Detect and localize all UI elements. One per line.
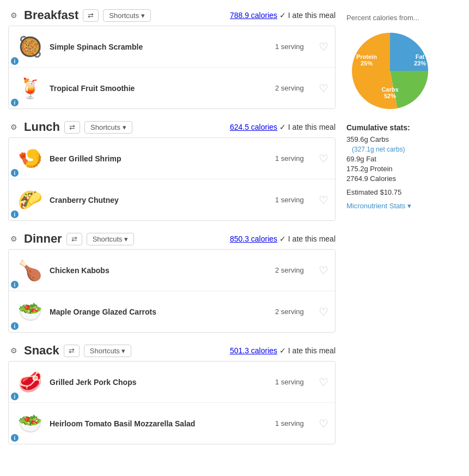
meal-calories-breakfast: 788.9 calories ✓ I ate this meal bbox=[230, 11, 336, 20]
info-icon[interactable]: i bbox=[11, 57, 19, 65]
sort-button-lunch[interactable]: ⇄ bbox=[64, 121, 80, 134]
calories-link-dinner[interactable]: 850.3 calories bbox=[230, 234, 277, 243]
meal-calories-snack: 501.3 calories ✓ I ate this meal bbox=[230, 346, 336, 355]
food-info: Heirloom Tomato Basil Mozzarella Salad bbox=[45, 419, 266, 428]
favorite-button[interactable]: ♡ bbox=[319, 82, 328, 95]
info-icon[interactable]: i bbox=[11, 281, 19, 288]
sort-button-breakfast[interactable]: ⇄ bbox=[83, 9, 99, 22]
food-serving: 2 serving bbox=[275, 266, 319, 274]
food-serving: 1 serving bbox=[275, 378, 319, 386]
pie-chart-title: Percent calories from... bbox=[346, 14, 461, 22]
food-icon: 🍗 bbox=[15, 255, 45, 285]
calories-link-snack[interactable]: 501.3 calories bbox=[230, 346, 277, 355]
info-icon[interactable]: i bbox=[11, 393, 19, 400]
ate-this-dinner[interactable]: ✓ I ate this meal bbox=[279, 234, 336, 243]
favorite-button[interactable]: ♡ bbox=[319, 152, 328, 165]
cumulative-title: Cumulative stats: bbox=[346, 123, 461, 132]
info-icon[interactable]: i bbox=[11, 210, 19, 218]
stat-carbs: 359.6g Carbs bbox=[346, 135, 461, 143]
meal-section-lunch: ⚙ Lunch ⇄ Shortcuts ▾ 624.5 calories ✓ I… bbox=[8, 120, 336, 221]
fat-label: Fat23% bbox=[414, 53, 426, 67]
meals-container: ⚙ Breakfast ⇄ Shortcuts ▾ 788.9 calories… bbox=[8, 8, 336, 455]
food-info: Tropical Fruit Smoothie bbox=[45, 84, 266, 93]
meal-title-dinner: Dinner bbox=[24, 232, 62, 246]
food-info: Grilled Jerk Pork Chops bbox=[45, 378, 266, 387]
food-info: Maple Orange Glazed Carrots bbox=[45, 308, 266, 316]
estimated-cost: Estimated $10.75 bbox=[346, 188, 461, 196]
food-icon: 🌮 bbox=[15, 185, 45, 215]
food-list-breakfast: 🥘 Simple Spinach Scramble 1 serving ♡ i … bbox=[8, 26, 336, 109]
favorite-button[interactable]: ♡ bbox=[319, 417, 328, 430]
food-serving: 1 serving bbox=[275, 196, 319, 204]
stat-net-carbs: (327.1g net carbs) bbox=[346, 145, 461, 153]
food-name[interactable]: Maple Orange Glazed Carrots bbox=[50, 308, 156, 316]
food-list-lunch: 🍤 Beer Grilled Shrimp 1 serving ♡ i 🌮 Cr… bbox=[8, 137, 336, 221]
food-icon: 🥘 bbox=[15, 32, 45, 62]
food-info: Beer Grilled Shrimp bbox=[45, 154, 266, 163]
gear-button-dinner[interactable]: ⚙ bbox=[8, 233, 20, 244]
food-info: Cranberry Chutney bbox=[45, 196, 266, 204]
food-name[interactable]: Simple Spinach Scramble bbox=[50, 43, 143, 51]
food-name[interactable]: Chicken Kabobs bbox=[50, 266, 109, 275]
meal-title-lunch: Lunch bbox=[24, 120, 60, 134]
micronutrient-link[interactable]: Micronutrient Stats ▾ bbox=[346, 202, 461, 210]
favorite-button[interactable]: ♡ bbox=[319, 40, 328, 53]
stat-protein: 175.2g Protein bbox=[346, 165, 461, 173]
meal-title-breakfast: Breakfast bbox=[24, 8, 78, 22]
shortcuts-button-dinner[interactable]: Shortcuts ▾ bbox=[87, 233, 135, 245]
meal-header-snack: ⚙ Snack ⇄ Shortcuts ▾ 501.3 calories ✓ I… bbox=[8, 344, 336, 358]
protein-label: Protein25% bbox=[356, 53, 377, 67]
food-info: Chicken Kabobs bbox=[45, 266, 266, 275]
favorite-button[interactable]: ♡ bbox=[319, 376, 328, 389]
info-icon[interactable]: i bbox=[11, 169, 19, 177]
food-item: 🥗 Heirloom Tomato Basil Mozzarella Salad… bbox=[9, 403, 335, 444]
food-name[interactable]: Heirloom Tomato Basil Mozzarella Salad bbox=[50, 419, 195, 428]
meal-title-snack: Snack bbox=[24, 344, 59, 358]
favorite-button[interactable]: ♡ bbox=[319, 305, 328, 318]
shortcuts-button-snack[interactable]: Shortcuts ▾ bbox=[84, 345, 132, 357]
food-name[interactable]: Grilled Jerk Pork Chops bbox=[50, 378, 137, 387]
gear-button-snack[interactable]: ⚙ bbox=[8, 345, 20, 356]
ate-this-breakfast[interactable]: ✓ I ate this meal bbox=[279, 11, 336, 20]
stat-fat: 69.9g Fat bbox=[346, 155, 461, 163]
ate-this-lunch[interactable]: ✓ I ate this meal bbox=[279, 123, 336, 131]
favorite-button[interactable]: ♡ bbox=[319, 264, 328, 277]
food-item: 🌮 Cranberry Chutney 1 serving ♡ i bbox=[9, 179, 335, 220]
food-list-snack: 🥩 Grilled Jerk Pork Chops 1 serving ♡ i … bbox=[8, 361, 336, 444]
pie-chart: Protein25% Fat23% Carbs52% bbox=[346, 27, 434, 115]
ate-this-snack[interactable]: ✓ I ate this meal bbox=[279, 346, 336, 355]
food-item: 🥩 Grilled Jerk Pork Chops 1 serving ♡ i bbox=[9, 361, 335, 403]
food-item: 🍹 Tropical Fruit Smoothie 2 serving ♡ i bbox=[9, 68, 335, 109]
shortcuts-button-breakfast[interactable]: Shortcuts ▾ bbox=[103, 9, 151, 22]
info-icon[interactable]: i bbox=[11, 322, 19, 330]
food-item: 🍤 Beer Grilled Shrimp 1 serving ♡ i bbox=[9, 138, 335, 179]
shortcuts-button-lunch[interactable]: Shortcuts ▾ bbox=[84, 121, 132, 134]
food-info: Simple Spinach Scramble bbox=[45, 43, 266, 51]
food-serving: 1 serving bbox=[275, 154, 319, 162]
meal-header-dinner: ⚙ Dinner ⇄ Shortcuts ▾ 850.3 calories ✓ … bbox=[8, 232, 336, 246]
meal-section-dinner: ⚙ Dinner ⇄ Shortcuts ▾ 850.3 calories ✓ … bbox=[8, 232, 336, 333]
calories-link-lunch[interactable]: 624.5 calories bbox=[230, 123, 277, 131]
stat-calories-total: 2764.9 Calories bbox=[346, 174, 461, 183]
info-icon[interactable]: i bbox=[11, 434, 19, 442]
food-item: 🥗 Maple Orange Glazed Carrots 2 serving … bbox=[9, 291, 335, 332]
gear-button-lunch[interactable]: ⚙ bbox=[8, 122, 20, 132]
gear-button-breakfast[interactable]: ⚙ bbox=[8, 10, 20, 21]
meal-section-breakfast: ⚙ Breakfast ⇄ Shortcuts ▾ 788.9 calories… bbox=[8, 8, 336, 109]
food-item: 🍗 Chicken Kabobs 2 serving ♡ i bbox=[9, 250, 335, 291]
sort-button-dinner[interactable]: ⇄ bbox=[66, 233, 82, 245]
food-name[interactable]: Beer Grilled Shrimp bbox=[50, 154, 121, 163]
food-list-dinner: 🍗 Chicken Kabobs 2 serving ♡ i 🥗 Maple O… bbox=[8, 249, 336, 333]
carbs-label: Carbs52% bbox=[381, 86, 398, 99]
meal-header-lunch: ⚙ Lunch ⇄ Shortcuts ▾ 624.5 calories ✓ I… bbox=[8, 120, 336, 134]
favorite-button[interactable]: ♡ bbox=[319, 194, 328, 207]
sidebar: Percent calories from... Protein25% Fat2… bbox=[346, 8, 461, 455]
food-item: 🥘 Simple Spinach Scramble 1 serving ♡ i bbox=[9, 26, 335, 68]
food-icon: 🥗 bbox=[15, 408, 45, 438]
food-name[interactable]: Tropical Fruit Smoothie bbox=[50, 84, 135, 93]
sort-button-snack[interactable]: ⇄ bbox=[64, 345, 80, 357]
food-icon: 🥩 bbox=[15, 367, 45, 397]
info-icon[interactable]: i bbox=[11, 99, 19, 106]
calories-link-breakfast[interactable]: 788.9 calories bbox=[230, 11, 277, 20]
food-name[interactable]: Cranberry Chutney bbox=[50, 196, 119, 204]
